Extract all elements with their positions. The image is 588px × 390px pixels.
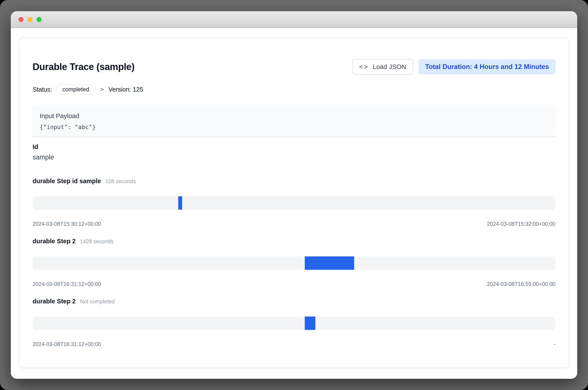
step-name: durable Step id sample — [33, 177, 101, 185]
step-duration: Not completed — [80, 297, 115, 305]
macos-window: Durable Trace (sample) <> Load JSON Tota… — [11, 11, 577, 379]
step-duration: 108 seconds — [105, 177, 136, 185]
step-header: durable Step id sample 108 seconds — [33, 177, 555, 185]
step-duration: 1428 seconds — [80, 238, 114, 245]
timeline-bar — [305, 317, 315, 330]
close-window-button[interactable] — [19, 17, 23, 22]
traffic-lights — [19, 17, 42, 22]
trace-step-section: durable Step 2 1428 seconds 2024-03-08T1… — [33, 237, 555, 288]
timeline-track — [33, 256, 555, 270]
end-timestamp: 2024-03-08T16:55:00+00:00 — [487, 281, 555, 288]
step-header: durable Step 2 1428 seconds — [33, 237, 555, 245]
step-name: durable Step 2 — [33, 237, 76, 245]
version-label: Version: 125 — [108, 86, 143, 93]
timestamp-row: 2024-03-08T16:31:12+00:00 - — [33, 341, 555, 347]
screenshot-frame: Durable Trace (sample) <> Load JSON Tota… — [0, 0, 588, 390]
status-label: Status: — [33, 86, 52, 93]
input-payload-title: Input Payload — [40, 112, 548, 120]
id-label: Id — [33, 143, 555, 151]
window-content: Durable Trace (sample) <> Load JSON Tota… — [11, 28, 577, 378]
step-header: durable Step 2 Not completed — [33, 297, 555, 305]
step-name: durable Step 2 — [33, 297, 76, 305]
trace-step-section: durable Step id sample 108 seconds 2024-… — [33, 177, 555, 227]
start-timestamp: 2024-03-08T16:31:12+00:00 — [33, 281, 101, 288]
total-duration-badge: Total Duration: 4 Hours and 12 Minutes — [419, 59, 555, 74]
minimize-window-button[interactable] — [28, 17, 33, 22]
timeline-bar — [305, 256, 354, 270]
timeline-bar — [178, 196, 182, 210]
load-json-label: Load JSON — [373, 63, 406, 70]
timeline-track — [33, 317, 555, 330]
start-timestamp: 2024-03-08T15:30:12+00:00 — [33, 220, 101, 227]
id-value: sample — [33, 153, 555, 161]
end-timestamp: - — [554, 341, 555, 347]
page-title: Durable Trace (sample) — [33, 61, 135, 72]
card-header: Durable Trace (sample) <> Load JSON Tota… — [33, 59, 555, 75]
timeline-track — [33, 196, 555, 210]
status-row: Status: completed > Version: 125 — [33, 85, 555, 94]
zoom-window-button[interactable] — [37, 17, 42, 22]
end-timestamp: 2024-03-08T15:32:00+00:00 — [487, 220, 555, 227]
load-json-button[interactable]: <> Load JSON — [352, 59, 413, 75]
timestamp-row: 2024-03-08T15:30:12+00:00 2024-03-08T15:… — [33, 220, 555, 227]
input-payload-box: Input Payload {"input": "abc"} — [33, 105, 555, 137]
input-payload-code: {"input": "abc"} — [40, 124, 548, 131]
status-badge: completed — [56, 85, 96, 94]
window-titlebar — [11, 11, 577, 28]
code-brackets-icon: <> — [359, 63, 369, 70]
start-timestamp: 2024-03-08T16:31:12+00:00 — [33, 341, 101, 347]
trace-card: Durable Trace (sample) <> Load JSON Tota… — [19, 38, 569, 368]
header-actions: <> Load JSON Total Duration: 4 Hours and… — [352, 59, 555, 75]
breadcrumb-separator: > — [100, 86, 104, 93]
timestamp-row: 2024-03-08T16:31:12+00:00 2024-03-08T16:… — [33, 281, 555, 288]
trace-step-section: durable Step 2 Not completed 2024-03-08T… — [33, 297, 555, 347]
